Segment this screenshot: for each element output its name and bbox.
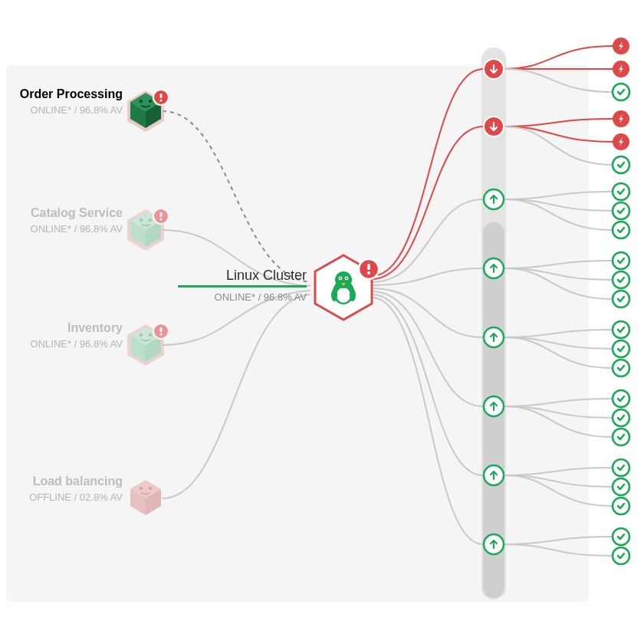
svg-rect-16 <box>160 212 163 217</box>
svg-point-26 <box>160 334 163 336</box>
column-node-up[interactable] <box>484 189 504 209</box>
svg-point-17 <box>160 219 163 221</box>
leaf-ok[interactable] <box>613 547 629 564</box>
leaf-ok[interactable] <box>613 459 629 476</box>
svg-point-42 <box>350 289 356 301</box>
service-label: Load balancing <box>33 475 123 488</box>
leaf-ok[interactable] <box>613 84 629 100</box>
svg-point-41 <box>331 289 337 301</box>
leaf-ok[interactable] <box>613 429 629 445</box>
service-label: Inventory <box>67 321 123 334</box>
column-node-up[interactable] <box>484 465 504 485</box>
svg-point-8 <box>160 100 163 102</box>
svg-point-5 <box>149 100 152 103</box>
service-status: ONLINE* / 96.8% AV <box>31 104 123 116</box>
leaf-error[interactable] <box>613 61 629 77</box>
leaf-ok[interactable] <box>613 528 629 545</box>
leaf-error[interactable] <box>613 133 629 150</box>
svg-point-14 <box>149 219 152 222</box>
svg-point-23 <box>149 334 152 337</box>
service-label: Order Processing <box>20 87 123 100</box>
svg-point-30 <box>140 487 143 490</box>
leaf-ok[interactable] <box>613 498 629 514</box>
svg-point-45 <box>367 271 370 274</box>
leaf-ok[interactable] <box>613 409 629 426</box>
column-node-up[interactable] <box>484 396 504 416</box>
column-node-down[interactable] <box>484 59 504 79</box>
svg-rect-44 <box>367 264 370 270</box>
column-node-up[interactable] <box>484 258 504 278</box>
leaf-ok[interactable] <box>613 222 629 238</box>
svg-point-38 <box>340 278 341 279</box>
service-status: OFFLINE / 02.8% AV <box>29 491 123 503</box>
leaf-ok[interactable] <box>613 340 629 357</box>
leaf-ok[interactable] <box>613 202 629 219</box>
service-label: Catalog Service <box>31 206 123 219</box>
column-node-up[interactable] <box>484 327 504 347</box>
svg-point-22 <box>140 334 143 337</box>
leaf-ok[interactable] <box>613 360 629 376</box>
svg-point-34 <box>337 288 350 303</box>
cluster-title: Linux Cluster <box>226 268 307 283</box>
leaf-ok[interactable] <box>613 156 629 173</box>
leaf-ok[interactable] <box>613 291 629 307</box>
leaf-ok[interactable] <box>613 183 629 200</box>
column-node-down[interactable] <box>484 117 504 136</box>
svg-point-39 <box>346 278 347 279</box>
leaf-ok[interactable] <box>613 271 629 288</box>
svg-rect-7 <box>160 94 163 98</box>
alert-icon <box>153 209 169 224</box>
cluster-status: ONLINE* / 96.8% AV <box>215 291 307 303</box>
leaf-error[interactable] <box>613 110 629 127</box>
svg-point-31 <box>149 487 152 490</box>
leaf-nodes <box>613 38 629 564</box>
leaf-ok[interactable] <box>613 252 629 269</box>
alert-icon <box>153 90 169 105</box>
leaf-ok[interactable] <box>613 390 629 407</box>
svg-rect-25 <box>160 327 163 332</box>
service-status: ONLINE* / 96.8% AV <box>31 223 123 235</box>
leaf-error[interactable] <box>613 38 629 54</box>
cluster-underline <box>178 285 307 288</box>
leaf-ok[interactable] <box>613 321 629 338</box>
alert-icon <box>153 324 169 339</box>
svg-point-4 <box>140 100 143 103</box>
leaf-ok[interactable] <box>613 478 629 495</box>
column-node-up[interactable] <box>484 534 504 554</box>
svg-point-13 <box>140 219 143 222</box>
service-status: ONLINE* / 96.8% AV <box>31 338 123 350</box>
alert-icon <box>359 259 379 279</box>
